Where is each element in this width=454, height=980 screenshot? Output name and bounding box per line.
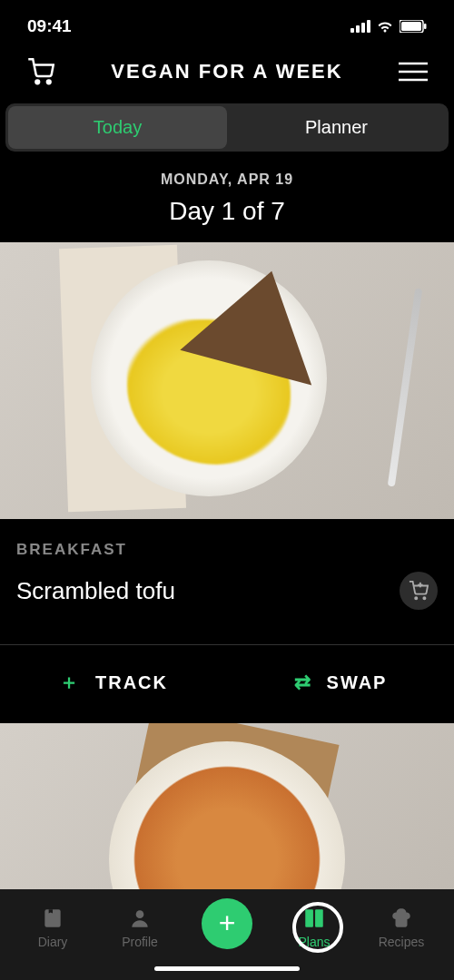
meal-name: Scrambled tofu (16, 577, 175, 605)
wifi-icon (376, 20, 394, 33)
nav-profile-label: Profile (122, 935, 158, 949)
meal-image-breakfast[interactable] (0, 242, 454, 519)
status-bar: 09:41 (0, 0, 454, 45)
hamburger-icon (399, 62, 428, 82)
page-title: VEGAN FOR A WEEK (56, 60, 398, 83)
svg-rect-0 (350, 28, 354, 33)
nav-diary-label: Diary (38, 935, 68, 949)
date-label: MONDAY, APR 19 (0, 172, 454, 188)
action-row: ＋ TRACK ⇄ SWAP (0, 644, 454, 720)
svg-point-17 (136, 910, 144, 918)
meal-image-next[interactable] (0, 723, 454, 897)
nav-add[interactable]: + (183, 906, 271, 949)
status-icons (350, 20, 427, 33)
track-label: TRACK (95, 672, 168, 693)
cart-button[interactable] (25, 56, 56, 87)
plus-icon: ＋ (59, 669, 81, 696)
swap-button[interactable]: ⇄ SWAP (227, 645, 454, 720)
nav-diary[interactable]: Diary (9, 906, 96, 949)
meal-info: BREAKFAST Scrambled tofu (0, 519, 454, 626)
cart-icon (27, 58, 54, 85)
svg-rect-6 (424, 24, 427, 29)
nav-recipes-label: Recipes (379, 935, 425, 949)
tabs: Today Planner (5, 103, 449, 152)
add-to-cart-button[interactable] (400, 572, 438, 610)
cart-plus-icon (409, 581, 429, 601)
status-time: 09:41 (27, 16, 72, 36)
svg-point-7 (35, 80, 39, 83)
plans-highlight-ring (292, 902, 343, 953)
svg-point-13 (423, 597, 425, 599)
menu-button[interactable] (398, 56, 429, 87)
tab-today[interactable]: Today (8, 106, 227, 149)
tab-planner[interactable]: Planner (227, 106, 446, 149)
swap-icon: ⇄ (294, 671, 312, 694)
svg-rect-2 (361, 23, 365, 33)
signal-icon (350, 20, 370, 33)
day-count-label: Day 1 of 7 (0, 197, 454, 226)
profile-icon (127, 906, 153, 931)
nav-profile[interactable]: Profile (96, 906, 183, 949)
track-button[interactable]: ＋ TRACK (0, 645, 227, 720)
recipes-icon (389, 906, 414, 931)
fab-add[interactable]: + (202, 898, 252, 949)
nav-recipes[interactable]: Recipes (358, 906, 445, 949)
svg-point-12 (415, 597, 417, 599)
date-section: MONDAY, APR 19 Day 1 of 7 (0, 152, 454, 242)
svg-rect-5 (401, 22, 421, 31)
diary-icon (40, 906, 65, 931)
meal-type-label: BREAKFAST (16, 541, 438, 559)
battery-icon (400, 20, 427, 33)
home-indicator[interactable] (154, 966, 300, 971)
svg-point-8 (47, 80, 51, 83)
swap-label: SWAP (327, 672, 388, 693)
header-row: VEGAN FOR A WEEK (0, 45, 454, 103)
svg-rect-1 (356, 25, 360, 33)
plus-icon: + (219, 906, 236, 940)
svg-rect-3 (367, 20, 370, 33)
